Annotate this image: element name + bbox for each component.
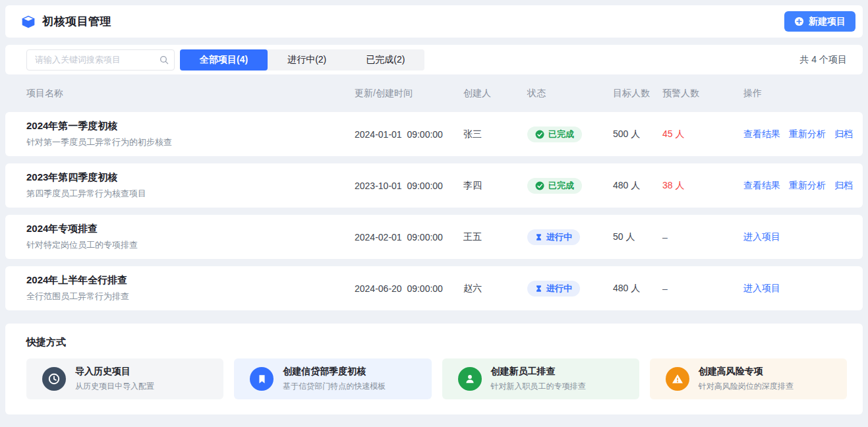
new-project-button[interactable]: 新建项目 [784,11,855,32]
shortcut-desc-label: 基于信贷部门特点的快速模板 [283,381,386,392]
table-row: 2024年第一季度初核针对第一季度员工异常行为的初步核查2024-01-01 0… [5,112,863,156]
search-box [26,49,175,71]
project-target-count: 480 人 [613,180,662,192]
table-header-row: 项目名称更新/创建时间创建人状态目标人数预警人数操作 [5,74,863,112]
column-header-2: 创建人 [463,88,527,100]
project-status-cell: 进行中 [527,229,613,245]
table-row: 2023年第四季度初核第四季度员工异常行为核查项目2023-10-01 09:0… [5,163,863,208]
person-icon [458,367,482,391]
project-status-cell: 已完成 [527,178,613,194]
tab-group: 全部项目(4)进行中(2)已完成(2) [180,49,424,71]
shortcut-text: 导入历史项目从历史项目中导入配置 [75,366,154,392]
project-desc: 第四季度员工异常行为核查项目 [26,188,355,200]
project-time: 2023-10-01 09:00:00 [355,181,463,191]
action-link-0[interactable]: 进入项目 [743,283,780,295]
box-icon [21,14,36,29]
action-link-2[interactable]: 归档 [834,180,853,192]
project-status-cell: 进行中 [527,281,613,297]
project-list: 2024年第一季度初核针对第一季度员工异常行为的初步核查2024-01-01 0… [5,112,863,310]
table-row: 2024年上半年全行排查全行范围员工异常行为排查2024-06-20 09:00… [5,266,863,310]
project-title: 2024年第一季度初核 [26,120,355,132]
shortcut-text: 创建高风险专项针对高风险岗位的深度排查 [699,366,794,392]
page-header: 初核项目管理 新建项目 [5,5,863,38]
action-link-0[interactable]: 进入项目 [743,231,780,243]
shortcut-card-0[interactable]: 导入历史项目从历史项目中导入配置 [26,358,223,399]
warning-icon [666,367,689,391]
new-project-button-label: 新建项目 [809,16,846,28]
page: 初核项目管理 新建项目 全部项目(4)进行中(2)已完成(2) 共 4 个项目 [0,0,868,427]
status-label: 已完成 [548,130,574,138]
action-link-1[interactable]: 重新分析 [789,128,826,140]
project-target-count: 480 人 [613,283,662,295]
action-link-0[interactable]: 查看结果 [743,128,780,140]
column-header-5: 预警人数 [662,88,743,100]
shortcut-text: 创建信贷部季度初核基于信贷部门特点的快速模板 [283,366,386,392]
action-link-1[interactable]: 重新分析 [789,180,826,192]
shortcut-title-label: 导入历史项目 [75,366,154,378]
action-link-0[interactable]: 查看结果 [743,180,780,192]
project-warning-count: 38 人 [662,180,743,192]
project-name-cell: 2024年上半年全行排查全行范围员工异常行为排查 [26,274,355,302]
project-status-cell: 已完成 [527,127,613,142]
column-header-3: 状态 [527,88,613,100]
project-actions: 查看结果重新分析归档 [743,128,853,140]
project-desc: 全行范围员工异常行为排查 [26,291,355,302]
check-circle-icon [535,130,544,139]
shortcuts-section: 快捷方式 导入历史项目从历史项目中导入配置创建信贷部季度初核基于信贷部门特点的快… [5,324,863,414]
status-label: 已完成 [548,181,574,190]
project-desc: 针对特定岗位员工的专项排查 [26,239,355,251]
project-name-cell: 2023年第四季度初核第四季度员工异常行为核查项目 [26,171,355,200]
bookmark-icon [250,367,274,391]
shortcuts-title: 快捷方式 [26,336,847,349]
status-badge: 进行中 [527,229,580,245]
project-actions: 进入项目 [743,231,847,243]
shortcut-card-2[interactable]: 创建新员工排查针对新入职员工的专项排查 [442,358,639,399]
project-time: 2024-06-20 09:00:00 [355,283,463,294]
project-desc: 针对第一季度员工异常行为的初步核查 [26,136,355,148]
action-link-2[interactable]: 归档 [834,128,853,140]
status-badge: 进行中 [527,281,580,297]
project-creator: 张三 [463,128,527,140]
tab-0[interactable]: 全部项目(4) [180,49,268,71]
search-icon [159,55,169,65]
status-badge: 已完成 [527,127,582,142]
status-label: 进行中 [546,233,572,241]
hourglass-icon [535,233,542,241]
project-creator: 赵六 [463,283,527,295]
search-input[interactable] [26,49,175,71]
shortcut-title-label: 创建新员工排查 [491,366,586,378]
tab-2[interactable]: 已完成(2) [346,49,424,71]
project-title: 2024年上半年全行排查 [26,274,355,287]
column-header-6: 操作 [743,88,847,100]
project-target-count: 50 人 [613,231,662,243]
project-name-cell: 2024年第一季度初核针对第一季度员工异常行为的初步核查 [26,120,355,148]
project-creator: 李四 [463,180,527,192]
shortcut-card-3[interactable]: 创建高风险专项针对高风险岗位的深度排查 [650,358,847,399]
status-label: 进行中 [546,284,572,293]
project-warning-count: – [662,232,743,242]
project-title: 2024年专项排查 [26,223,355,235]
check-circle-icon [535,181,544,190]
plus-circle-icon [794,16,804,26]
shortcut-desc-label: 针对高风险岗位的深度排查 [699,381,794,392]
project-target-count: 500 人 [613,128,662,140]
shortcuts-grid: 导入历史项目从历史项目中导入配置创建信贷部季度初核基于信贷部门特点的快速模板创建… [26,358,847,399]
shortcut-card-1[interactable]: 创建信贷部季度初核基于信贷部门特点的快速模板 [234,358,431,399]
shortcut-text: 创建新员工排查针对新入职员工的专项排查 [491,366,586,392]
shortcut-title-label: 创建高风险专项 [699,366,794,378]
shortcut-title-label: 创建信贷部季度初核 [283,366,386,378]
project-count-label: 共 4 个项目 [799,54,847,66]
tab-1[interactable]: 进行中(2) [268,49,346,71]
project-title: 2023年第四季度初核 [26,171,355,184]
column-header-0: 项目名称 [26,88,355,100]
shortcut-desc-label: 从历史项目中导入配置 [75,381,154,392]
project-actions: 进入项目 [743,283,847,295]
project-time: 2024-01-01 09:00:00 [355,129,463,140]
project-name-cell: 2024年专项排查针对特定岗位员工的专项排查 [26,223,355,251]
project-warning-count: – [662,283,743,294]
toolbar: 全部项目(4)进行中(2)已完成(2) 共 4 个项目 [5,45,863,74]
clock-icon [42,367,66,391]
status-badge: 已完成 [527,178,582,194]
hourglass-icon [535,285,542,293]
page-title: 初核项目管理 [42,14,111,29]
